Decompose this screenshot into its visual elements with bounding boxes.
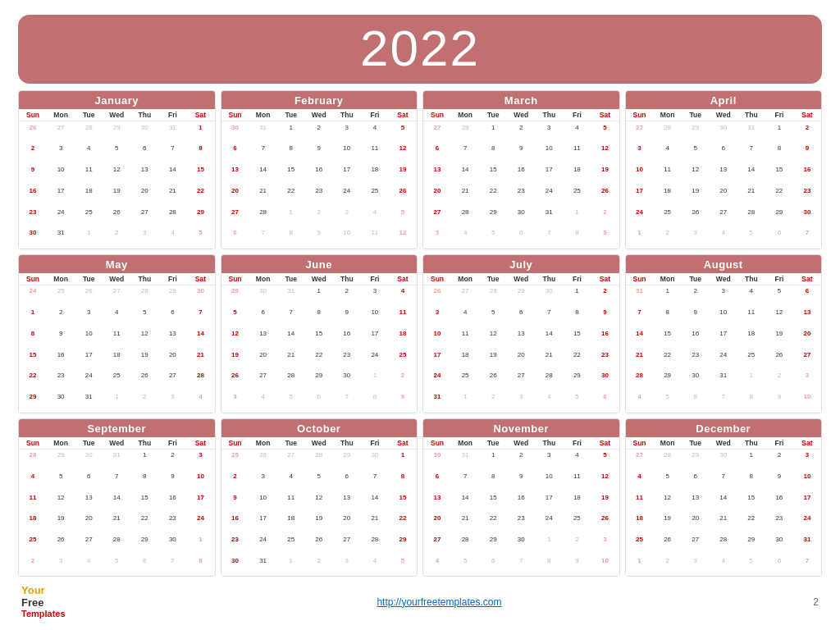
- day-cell: 7: [249, 143, 277, 164]
- day-cell: 22: [277, 185, 305, 206]
- day-cell: 2: [333, 285, 361, 307]
- day-cell: 22: [563, 349, 591, 370]
- day-cell: 27: [793, 349, 821, 370]
- day-cell: 14: [737, 164, 765, 185]
- footer-url[interactable]: http://yourfreetemplates.com: [377, 596, 501, 608]
- day-cell: 5: [389, 121, 417, 143]
- day-cell: 23: [793, 185, 821, 206]
- day-header-fri: Fri: [765, 437, 793, 449]
- day-cell: 15: [737, 491, 765, 513]
- day-cell: 19: [389, 164, 417, 185]
- day-cell: 10: [626, 164, 654, 185]
- day-cell: 15: [479, 164, 507, 185]
- day-cell: 28: [130, 285, 158, 307]
- day-cell: 16: [19, 185, 47, 206]
- day-cell: 19: [591, 164, 619, 185]
- day-cell: 19: [479, 349, 507, 370]
- day-header-wed: Wed: [507, 273, 535, 285]
- day-cell: 9: [389, 391, 417, 413]
- day-header-sat: Sat: [186, 437, 214, 449]
- day-cell: 10: [75, 327, 103, 349]
- day-cell: 18: [737, 327, 765, 349]
- day-cell: 1: [75, 227, 103, 249]
- days-grid-june: 2930311234567891011121314151617181920212…: [221, 285, 418, 413]
- day-header-mon: Mon: [47, 273, 75, 285]
- day-cell: 22: [130, 513, 158, 534]
- day-cell: 28: [626, 370, 654, 391]
- day-cell: 23: [765, 513, 793, 534]
- day-cell: 9: [563, 555, 591, 577]
- day-cell: 20: [423, 513, 451, 534]
- day-cell: 4: [75, 143, 103, 164]
- day-header-sat: Sat: [389, 109, 417, 121]
- day-cell: 6: [75, 470, 103, 491]
- day-cell: 21: [186, 349, 214, 370]
- day-cell: 29: [47, 450, 75, 471]
- day-cell: 4: [654, 143, 682, 164]
- day-cell: 28: [479, 285, 507, 307]
- day-cell: 18: [75, 185, 103, 206]
- day-cell: 24: [535, 513, 563, 534]
- day-cell: 24: [19, 285, 47, 307]
- day-cell: 3: [333, 555, 361, 577]
- day-cell: 7: [158, 555, 186, 577]
- day-cell: 30: [361, 450, 389, 471]
- day-cell: 12: [654, 491, 682, 513]
- day-cell: 14: [451, 164, 479, 185]
- day-header-mon: Mon: [47, 109, 75, 121]
- day-header-sat: Sat: [389, 437, 417, 449]
- day-cell: 2: [103, 227, 130, 249]
- day-cell: 5: [591, 450, 619, 471]
- day-cell: 10: [423, 327, 451, 349]
- day-cell: 17: [333, 164, 361, 185]
- day-cell: 17: [535, 491, 563, 513]
- day-cell: 27: [423, 206, 451, 227]
- month-block-may: MaySunMonTueWedThuFriSat2425262728293012…: [18, 254, 216, 413]
- day-cell: 3: [75, 307, 103, 328]
- day-cell: 26: [591, 185, 619, 206]
- day-cell: 28: [103, 534, 130, 555]
- day-cell: 6: [333, 470, 361, 491]
- day-cell: 19: [682, 185, 710, 206]
- day-cell: 12: [305, 491, 333, 513]
- month-header-november: November: [423, 419, 619, 437]
- day-header-mon: Mon: [249, 273, 277, 285]
- day-cell: 1: [737, 370, 765, 391]
- day-cell: 4: [103, 307, 130, 328]
- day-cell: 28: [737, 206, 765, 227]
- day-cell: 19: [103, 185, 130, 206]
- day-header-sun: Sun: [423, 109, 451, 121]
- day-cell: 29: [479, 534, 507, 555]
- logo-templates: Templates: [21, 609, 66, 619]
- day-header-tue: Tue: [75, 273, 103, 285]
- day-header-fri: Fri: [361, 273, 389, 285]
- day-cell: 18: [19, 513, 47, 534]
- days-grid-may: 2425262728293012345678910111213141516171…: [19, 285, 215, 413]
- day-cell: 11: [361, 227, 389, 249]
- day-cell: 11: [75, 164, 103, 185]
- day-cell: 8: [479, 143, 507, 164]
- day-header-wed: Wed: [103, 109, 130, 121]
- day-cell: 18: [103, 349, 130, 370]
- day-cell: 29: [158, 285, 186, 307]
- day-cell: 12: [389, 227, 417, 249]
- day-cell: 27: [158, 370, 186, 391]
- day-cell: 26: [765, 349, 793, 370]
- days-grid-december: 2728293012345678910111213141516171819202…: [626, 450, 822, 577]
- day-cell: 2: [19, 143, 47, 164]
- day-header-thu: Thu: [333, 437, 361, 449]
- day-header-wed: Wed: [305, 437, 333, 449]
- day-cell: 29: [389, 534, 417, 555]
- day-cell: 7: [793, 555, 821, 577]
- day-cell: 29: [333, 450, 361, 471]
- day-cell: 30: [535, 285, 563, 307]
- day-cell: 17: [249, 513, 277, 534]
- day-cell: 23: [305, 185, 333, 206]
- day-cell: 6: [507, 307, 535, 328]
- day-cell: 15: [479, 491, 507, 513]
- day-cell: 10: [47, 164, 75, 185]
- month-header-june: June: [221, 255, 418, 273]
- day-cell: 20: [710, 185, 737, 206]
- day-header-sun: Sun: [19, 109, 47, 121]
- logo-area: Your Free Templates: [21, 585, 66, 619]
